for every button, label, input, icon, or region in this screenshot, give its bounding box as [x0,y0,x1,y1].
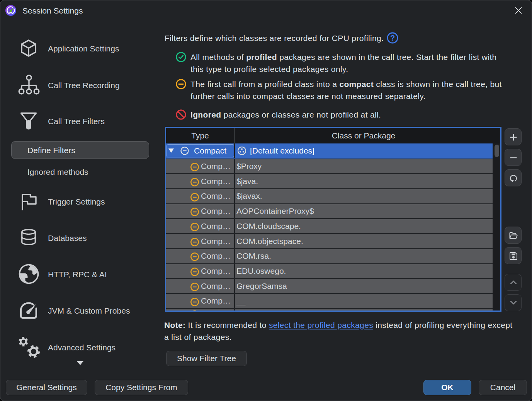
svg-text:?: ? [390,34,395,42]
